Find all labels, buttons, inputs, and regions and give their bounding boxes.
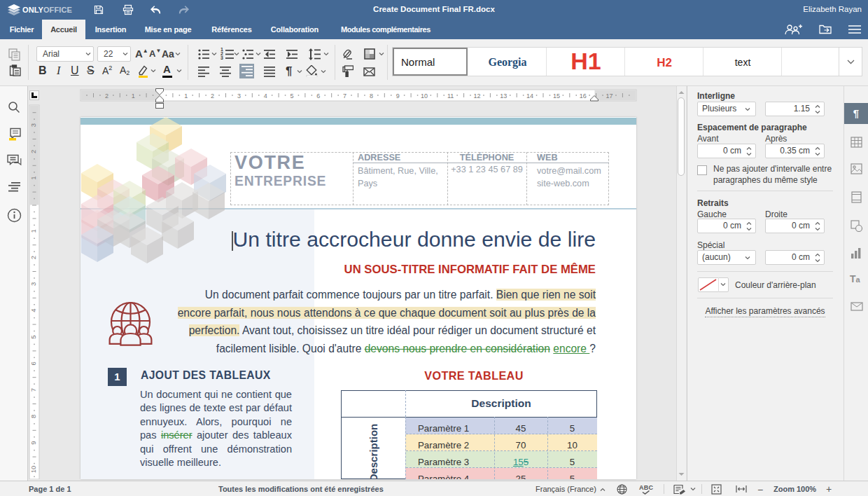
svg-text:9: 9 bbox=[29, 441, 37, 445]
svg-text:2: 2 bbox=[29, 256, 37, 259]
svg-text:7: 7 bbox=[343, 92, 346, 99]
svg-text:16: 16 bbox=[580, 92, 587, 99]
svg-text:14: 14 bbox=[526, 92, 533, 99]
svg-text:15: 15 bbox=[553, 92, 560, 99]
svg-text:4: 4 bbox=[264, 92, 267, 99]
svg-text:12: 12 bbox=[473, 92, 480, 99]
svg-text:5: 5 bbox=[29, 335, 37, 338]
svg-text:6: 6 bbox=[29, 361, 37, 365]
svg-text:10: 10 bbox=[29, 466, 37, 474]
svg-text:2: 2 bbox=[211, 92, 214, 99]
svg-text:1: 1 bbox=[184, 92, 188, 99]
svg-text:2: 2 bbox=[29, 150, 37, 153]
svg-text:13: 13 bbox=[500, 92, 507, 99]
svg-text:17: 17 bbox=[606, 92, 612, 99]
svg-text:5: 5 bbox=[290, 92, 293, 99]
svg-text:11: 11 bbox=[447, 92, 454, 99]
svg-text:10: 10 bbox=[421, 92, 428, 99]
svg-text:4: 4 bbox=[29, 309, 37, 312]
svg-text:1: 1 bbox=[29, 229, 37, 233]
svg-text:3: 3 bbox=[29, 282, 37, 286]
svg-text:1: 1 bbox=[29, 177, 37, 180]
svg-text:8: 8 bbox=[370, 92, 373, 99]
svg-text:7: 7 bbox=[29, 388, 37, 392]
svg-text:3: 3 bbox=[237, 92, 241, 99]
svg-text:1: 1 bbox=[132, 92, 135, 99]
svg-text:6: 6 bbox=[316, 92, 320, 99]
svg-text:9: 9 bbox=[396, 92, 400, 99]
svg-text:2: 2 bbox=[105, 92, 108, 99]
svg-text:8: 8 bbox=[29, 415, 37, 418]
svg-text:3: 3 bbox=[29, 123, 37, 127]
